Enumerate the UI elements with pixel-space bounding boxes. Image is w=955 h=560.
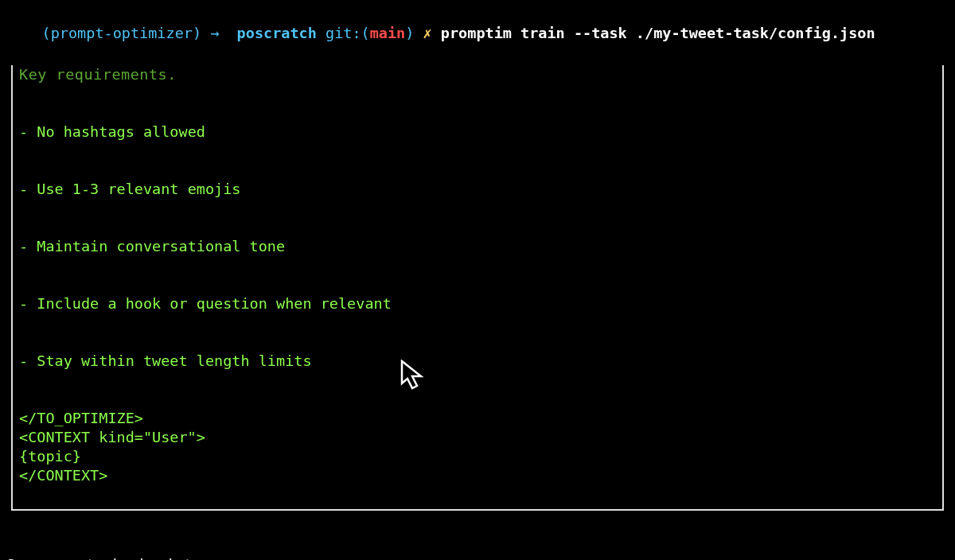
git-prefix: git:( [325, 25, 370, 41]
context-close-tag: </CONTEXT> [19, 466, 936, 485]
requirements-list: - No hashtags allowed - Use 1-3 relevant… [19, 84, 936, 409]
bullet-item: No hashtags allowed [37, 123, 205, 140]
cwd: poscratch [237, 25, 317, 41]
context-open-tag: <CONTEXT kind="User"> [19, 428, 936, 447]
close-optimize-tag: </TO_OPTIMIZE> [19, 409, 936, 428]
prompt-arrow-icon: → [210, 25, 219, 41]
checkpoint-section: See prompt checkpoint: https://smith.lan… [6, 517, 949, 560]
git-branch: main [370, 25, 406, 41]
bullet-item: Maintain conversational tone [37, 238, 285, 255]
bullet-item: Use 1-3 relevant emojis [37, 181, 240, 197]
bullet-item: Include a hook or question when relevant [37, 295, 392, 312]
venv-name: (prompt-optimizer) [42, 25, 201, 41]
command-text: promptim train --task ./my-tweet-task/co… [441, 25, 875, 41]
context-body: {topic} [19, 447, 936, 466]
bullet-item: Stay within tweet length limits [37, 352, 311, 369]
truncated-header: Key requirements. [19, 65, 936, 84]
shell-prompt[interactable]: (prompt-optimizer) → poscratch git:(main… [6, 5, 949, 62]
git-suffix: ) [405, 25, 414, 41]
git-dirty-icon: ✗ [423, 25, 432, 41]
checkpoint-label: See prompt checkpoint: [6, 555, 949, 560]
prompt-panel: Key requirements. - No hashtags allowed … [11, 65, 944, 511]
